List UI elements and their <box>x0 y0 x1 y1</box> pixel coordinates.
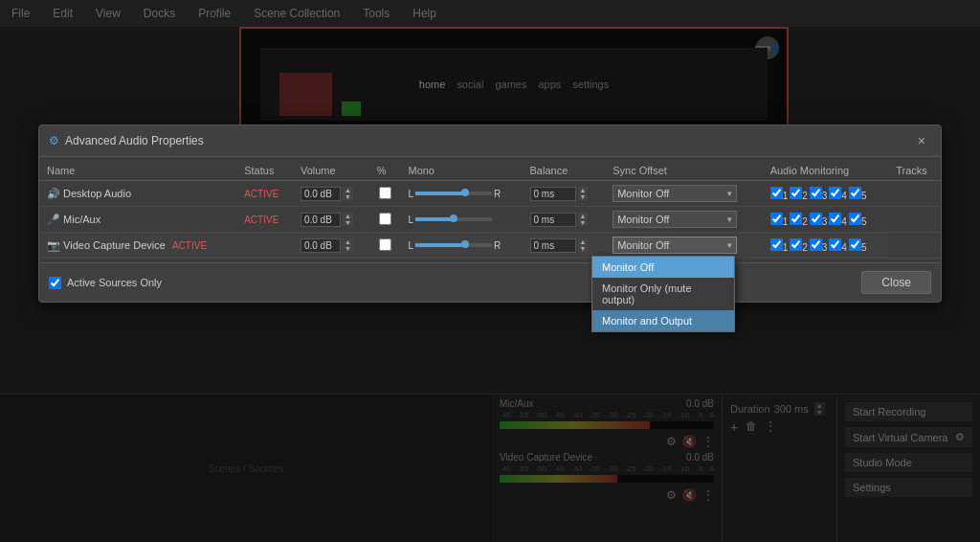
sync-up-mic[interactable]: ▲ <box>578 213 589 219</box>
sync-input-mic[interactable] <box>530 213 576 227</box>
track-3-label-desktop: 3 <box>810 187 828 201</box>
mono-desktop <box>369 181 401 207</box>
sync-mic: ▲ ▼ <box>523 207 606 233</box>
volume-up-mic[interactable]: ▲ <box>343 213 353 219</box>
balance-track-video[interactable] <box>415 243 492 247</box>
volume-up-video[interactable]: ▲ <box>343 238 353 245</box>
track-2-check-mic[interactable] <box>790 213 802 225</box>
track-5-label-video: 5 <box>849 238 867 253</box>
sync-video: ▲ ▼ <box>523 233 606 259</box>
audio-table-container: Name Status Volume % Mono Balance Sync O… <box>39 157 941 262</box>
volume-mic: ▲ ▼ <box>293 207 369 233</box>
sync-input-video[interactable] <box>530 238 576 253</box>
col-percent: % <box>369 161 401 181</box>
track-1-label-video: 1 <box>770 238 789 253</box>
volume-down-desktop[interactable]: ▼ <box>343 193 353 200</box>
status-mic: ACTIVE <box>236 207 293 233</box>
monitoring-select-mic[interactable]: Monitor Off Monitor Only (mute output) M… <box>612 211 737 228</box>
track-5-check-mic[interactable] <box>849 213 861 225</box>
mono-checkbox-video[interactable] <box>379 238 391 251</box>
track-3-label-mic: 3 <box>810 213 828 227</box>
sync-down-mic[interactable]: ▼ <box>578 219 589 226</box>
track-4-check-mic[interactable] <box>829 213 841 225</box>
mono-checkbox-mic[interactable] <box>379 213 391 225</box>
tracks-mic: 1 2 3 4 5 <box>763 207 889 233</box>
volume-down-mic[interactable]: ▼ <box>343 219 353 226</box>
track-1-label-mic: 1 <box>770 213 789 227</box>
volume-video: ▲ ▼ <box>293 233 369 259</box>
source-name-desktop: 🔊 Desktop Audio <box>39 181 236 207</box>
monitoring-select-video[interactable]: Monitor Off Monitor Only (mute output) M… <box>612 237 737 254</box>
col-balance: Balance <box>523 161 606 181</box>
col-monitoring: Audio Monitoring <box>763 161 889 181</box>
tracks-video: 1 2 3 4 5 <box>763 233 889 259</box>
dropdown-option-monitor-off[interactable]: Monitor Off <box>592 257 734 278</box>
table-row: 🔊 Desktop Audio ACTIVE ▲ ▼ <box>39 181 941 207</box>
track-4-check-video[interactable] <box>829 238 841 251</box>
track-1-check-desktop[interactable] <box>770 187 783 199</box>
track-3-check-video[interactable] <box>810 238 822 251</box>
sync-input-desktop[interactable] <box>530 187 576 201</box>
active-sources-group: Active Sources Only <box>49 277 162 289</box>
sync-down-desktop[interactable]: ▼ <box>578 193 589 200</box>
sync-up-desktop[interactable]: ▲ <box>578 187 589 193</box>
track-5-label-desktop: 5 <box>849 187 867 201</box>
dropdown-option-monitor-and-output[interactable]: Monitor and Output <box>592 310 734 331</box>
monitoring-dropdown-popup: Monitor Off Monitor Only (mute output) M… <box>591 256 735 332</box>
track-3-check-desktop[interactable] <box>810 187 822 199</box>
volume-down-video[interactable]: ▼ <box>343 245 353 252</box>
advanced-audio-dialog: ⚙ Advanced Audio Properties × Name Statu… <box>38 124 942 303</box>
volume-desktop: ▲ ▼ <box>293 181 369 207</box>
balance-track-desktop[interactable] <box>415 192 492 195</box>
col-volume: Volume <box>293 161 369 181</box>
sync-up-video[interactable]: ▲ <box>578 238 589 245</box>
col-name: Name <box>39 161 236 181</box>
track-4-check-desktop[interactable] <box>829 187 841 199</box>
monitoring-mic: Monitor Off Monitor Only (mute output) M… <box>605 207 762 233</box>
monitoring-desktop: Monitor Off Monitor Only (mute output) M… <box>605 181 762 207</box>
close-dialog-button[interactable]: Close <box>861 271 931 294</box>
volume-input-video[interactable] <box>301 238 341 253</box>
source-name-mic: 🎤 Mic/Aux <box>39 207 236 233</box>
col-tracks: Tracks <box>888 161 941 181</box>
volume-up-desktop[interactable]: ▲ <box>343 187 353 193</box>
dialog-titlebar: ⚙ Advanced Audio Properties × <box>39 125 941 157</box>
volume-input-mic[interactable] <box>301 213 341 227</box>
balance-track-mic[interactable] <box>415 217 492 221</box>
dialog-title-group: ⚙ Advanced Audio Properties <box>49 134 204 147</box>
track-1-check-video[interactable] <box>770 238 783 251</box>
dialog-footer: Active Sources Only Close <box>39 262 941 302</box>
mono-video <box>369 233 401 259</box>
track-5-check-video[interactable] <box>849 238 861 251</box>
track-2-check-desktop[interactable] <box>790 187 802 199</box>
track-2-label-mic: 2 <box>790 213 808 227</box>
status-video <box>236 233 293 259</box>
dialog-close-button[interactable]: × <box>912 131 931 150</box>
track-2-label-video: 2 <box>790 238 808 253</box>
sync-down-video[interactable]: ▼ <box>578 245 589 252</box>
sync-desktop: ▲ ▼ <box>523 181 606 207</box>
track-4-label-video: 4 <box>829 238 847 253</box>
monitoring-video: Monitor Off Monitor Only (mute output) M… <box>605 233 762 259</box>
dropdown-option-monitor-only[interactable]: Monitor Only (mute output) <box>592 278 734 310</box>
volume-input-desktop[interactable] <box>301 187 341 201</box>
track-1-label-desktop: 1 <box>770 187 789 201</box>
track-2-label-desktop: 2 <box>790 187 808 201</box>
track-3-check-mic[interactable] <box>810 213 822 225</box>
track-5-check-desktop[interactable] <box>849 187 861 199</box>
speaker-icon: 🔊 <box>47 188 60 199</box>
mic-icon: 🎤 <box>47 214 60 225</box>
active-sources-checkbox[interactable] <box>49 277 61 289</box>
balance-mic: L <box>400 207 522 233</box>
track-4-label-desktop: 4 <box>829 187 847 201</box>
track-4-label-mic: 4 <box>829 213 847 227</box>
mono-checkbox-desktop[interactable] <box>379 187 391 199</box>
track-5-label-mic: 5 <box>849 213 867 227</box>
camera-icon: 📷 <box>47 239 60 251</box>
balance-video: L R <box>400 233 522 259</box>
monitoring-select-desktop[interactable]: Monitor Off Monitor Only (mute output) M… <box>612 185 737 202</box>
track-2-check-video[interactable] <box>790 238 802 251</box>
track-1-check-mic[interactable] <box>770 213 783 225</box>
dialog-title: Advanced Audio Properties <box>65 134 204 147</box>
col-mono: Mono <box>400 161 522 181</box>
